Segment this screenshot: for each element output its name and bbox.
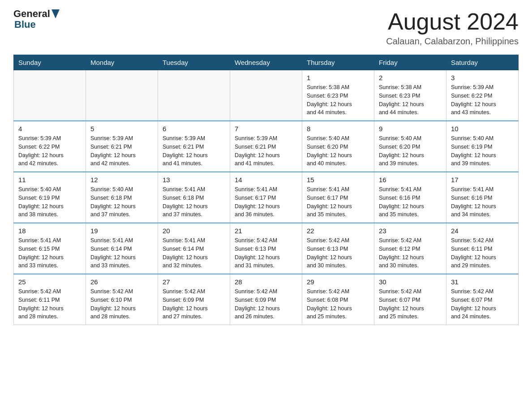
- calendar-day-cell: 8Sunrise: 5:40 AM Sunset: 6:20 PM Daylig…: [302, 121, 374, 172]
- logo: General Blue: [13, 9, 60, 30]
- calendar-day-cell: 21Sunrise: 5:42 AM Sunset: 6:13 PM Dayli…: [230, 223, 302, 274]
- day-info: Sunrise: 5:41 AM Sunset: 6:15 PM Dayligh…: [18, 236, 81, 270]
- day-number: 4: [18, 125, 81, 133]
- day-number: 22: [307, 227, 369, 235]
- day-info: Sunrise: 5:41 AM Sunset: 6:14 PM Dayligh…: [90, 236, 153, 270]
- day-info: Sunrise: 5:42 AM Sunset: 6:13 PM Dayligh…: [235, 236, 297, 270]
- day-of-week-header: Monday: [86, 55, 158, 70]
- day-of-week-header: Tuesday: [158, 55, 230, 70]
- calendar-day-cell: 26Sunrise: 5:42 AM Sunset: 6:10 PM Dayli…: [86, 274, 158, 325]
- day-info: Sunrise: 5:42 AM Sunset: 6:10 PM Dayligh…: [90, 287, 153, 321]
- day-number: 26: [90, 278, 153, 286]
- day-number: 1: [307, 74, 369, 81]
- calendar-day-cell: 20Sunrise: 5:41 AM Sunset: 6:14 PM Dayli…: [158, 223, 230, 274]
- day-number: 21: [235, 227, 297, 235]
- day-number: 16: [379, 176, 442, 184]
- day-number: 23: [379, 227, 442, 235]
- calendar-day-cell: [86, 70, 158, 121]
- day-number: 5: [90, 125, 153, 133]
- day-number: 19: [90, 227, 153, 235]
- day-number: 12: [90, 176, 153, 184]
- calendar-day-cell: 4Sunrise: 5:39 AM Sunset: 6:22 PM Daylig…: [14, 121, 86, 172]
- calendar-day-cell: 31Sunrise: 5:42 AM Sunset: 6:07 PM Dayli…: [446, 274, 519, 325]
- calendar-day-cell: 25Sunrise: 5:42 AM Sunset: 6:11 PM Dayli…: [14, 274, 86, 325]
- calendar-day-cell: 12Sunrise: 5:40 AM Sunset: 6:18 PM Dayli…: [86, 172, 158, 223]
- day-info: Sunrise: 5:42 AM Sunset: 6:12 PM Dayligh…: [379, 236, 442, 270]
- calendar-day-cell: 15Sunrise: 5:41 AM Sunset: 6:17 PM Dayli…: [302, 172, 374, 223]
- day-info: Sunrise: 5:39 AM Sunset: 6:22 PM Dayligh…: [18, 134, 81, 168]
- calendar-day-cell: 6Sunrise: 5:39 AM Sunset: 6:21 PM Daylig…: [158, 121, 230, 172]
- calendar-header-row: SundayMondayTuesdayWednesdayThursdayFrid…: [14, 55, 519, 70]
- day-info: Sunrise: 5:39 AM Sunset: 6:22 PM Dayligh…: [451, 83, 514, 117]
- calendar-week-row: 25Sunrise: 5:42 AM Sunset: 6:11 PM Dayli…: [14, 274, 519, 325]
- calendar-week-row: 11Sunrise: 5:40 AM Sunset: 6:19 PM Dayli…: [14, 172, 519, 223]
- day-number: 7: [235, 125, 297, 133]
- day-of-week-header: Sunday: [14, 55, 86, 70]
- calendar-day-cell: 29Sunrise: 5:42 AM Sunset: 6:08 PM Dayli…: [302, 274, 374, 325]
- day-number: 8: [307, 125, 369, 133]
- day-info: Sunrise: 5:42 AM Sunset: 6:07 PM Dayligh…: [451, 287, 514, 321]
- day-info: Sunrise: 5:42 AM Sunset: 6:13 PM Dayligh…: [307, 236, 369, 270]
- day-info: Sunrise: 5:42 AM Sunset: 6:08 PM Dayligh…: [307, 287, 369, 321]
- calendar-day-cell: 10Sunrise: 5:40 AM Sunset: 6:19 PM Dayli…: [446, 121, 519, 172]
- page-header: General Blue August 2024 Calauan, Calaba…: [13, 9, 519, 47]
- day-info: Sunrise: 5:41 AM Sunset: 6:16 PM Dayligh…: [451, 185, 514, 219]
- day-number: 9: [379, 125, 442, 133]
- calendar-day-cell: 5Sunrise: 5:39 AM Sunset: 6:21 PM Daylig…: [86, 121, 158, 172]
- calendar-day-cell: 16Sunrise: 5:41 AM Sunset: 6:16 PM Dayli…: [374, 172, 446, 223]
- day-info: Sunrise: 5:39 AM Sunset: 6:21 PM Dayligh…: [90, 134, 153, 168]
- calendar-day-cell: 9Sunrise: 5:40 AM Sunset: 6:20 PM Daylig…: [374, 121, 446, 172]
- day-number: 2: [379, 74, 442, 81]
- day-info: Sunrise: 5:38 AM Sunset: 6:23 PM Dayligh…: [307, 83, 369, 117]
- calendar-day-cell: 7Sunrise: 5:39 AM Sunset: 6:21 PM Daylig…: [230, 121, 302, 172]
- day-number: 10: [451, 125, 514, 133]
- calendar-day-cell: 30Sunrise: 5:42 AM Sunset: 6:07 PM Dayli…: [374, 274, 446, 325]
- day-info: Sunrise: 5:42 AM Sunset: 6:07 PM Dayligh…: [379, 287, 442, 321]
- day-info: Sunrise: 5:41 AM Sunset: 6:17 PM Dayligh…: [235, 185, 297, 219]
- calendar-day-cell: [230, 70, 302, 121]
- calendar-week-row: 1Sunrise: 5:38 AM Sunset: 6:23 PM Daylig…: [14, 70, 519, 121]
- day-number: 20: [163, 227, 225, 235]
- calendar-day-cell: 27Sunrise: 5:42 AM Sunset: 6:09 PM Dayli…: [158, 274, 230, 325]
- logo-blue-text: Blue: [14, 20, 60, 30]
- logo-general-text: General: [13, 9, 50, 19]
- day-info: Sunrise: 5:40 AM Sunset: 6:18 PM Dayligh…: [90, 185, 153, 219]
- title-block: August 2024 Calauan, Calabarzon, Philipp…: [386, 9, 519, 47]
- day-number: 17: [451, 176, 514, 184]
- month-title: August 2024: [386, 9, 519, 34]
- calendar-week-row: 4Sunrise: 5:39 AM Sunset: 6:22 PM Daylig…: [14, 121, 519, 172]
- calendar-day-cell: [14, 70, 86, 121]
- location-title: Calauan, Calabarzon, Philippines: [386, 36, 519, 47]
- day-info: Sunrise: 5:42 AM Sunset: 6:09 PM Dayligh…: [235, 287, 297, 321]
- day-number: 6: [163, 125, 225, 133]
- calendar-day-cell: 19Sunrise: 5:41 AM Sunset: 6:14 PM Dayli…: [86, 223, 158, 274]
- calendar-day-cell: 13Sunrise: 5:41 AM Sunset: 6:18 PM Dayli…: [158, 172, 230, 223]
- day-number: 27: [163, 278, 225, 286]
- calendar-table: SundayMondayTuesdayWednesdayThursdayFrid…: [13, 55, 519, 325]
- day-info: Sunrise: 5:41 AM Sunset: 6:14 PM Dayligh…: [163, 236, 225, 270]
- calendar-day-cell: 2Sunrise: 5:38 AM Sunset: 6:23 PM Daylig…: [374, 70, 446, 121]
- day-number: 25: [18, 278, 81, 286]
- calendar-day-cell: 28Sunrise: 5:42 AM Sunset: 6:09 PM Dayli…: [230, 274, 302, 325]
- day-number: 31: [451, 278, 514, 286]
- day-info: Sunrise: 5:42 AM Sunset: 6:11 PM Dayligh…: [451, 236, 514, 270]
- day-info: Sunrise: 5:39 AM Sunset: 6:21 PM Dayligh…: [163, 134, 225, 168]
- day-number: 24: [451, 227, 514, 235]
- calendar-day-cell: 23Sunrise: 5:42 AM Sunset: 6:12 PM Dayli…: [374, 223, 446, 274]
- day-info: Sunrise: 5:41 AM Sunset: 6:17 PM Dayligh…: [307, 185, 369, 219]
- calendar-day-cell: 11Sunrise: 5:40 AM Sunset: 6:19 PM Dayli…: [14, 172, 86, 223]
- day-number: 15: [307, 176, 369, 184]
- day-of-week-header: Friday: [374, 55, 446, 70]
- svg-marker-0: [51, 9, 60, 18]
- day-number: 11: [18, 176, 81, 184]
- calendar-day-cell: 18Sunrise: 5:41 AM Sunset: 6:15 PM Dayli…: [14, 223, 86, 274]
- calendar-day-cell: 1Sunrise: 5:38 AM Sunset: 6:23 PM Daylig…: [302, 70, 374, 121]
- day-number: 28: [235, 278, 297, 286]
- day-info: Sunrise: 5:40 AM Sunset: 6:20 PM Dayligh…: [379, 134, 442, 168]
- day-number: 13: [163, 176, 225, 184]
- calendar-day-cell: 14Sunrise: 5:41 AM Sunset: 6:17 PM Dayli…: [230, 172, 302, 223]
- day-of-week-header: Thursday: [302, 55, 374, 70]
- logo-triangle-icon: [51, 9, 60, 18]
- day-info: Sunrise: 5:39 AM Sunset: 6:21 PM Dayligh…: [235, 134, 297, 168]
- day-info: Sunrise: 5:41 AM Sunset: 6:16 PM Dayligh…: [379, 185, 442, 219]
